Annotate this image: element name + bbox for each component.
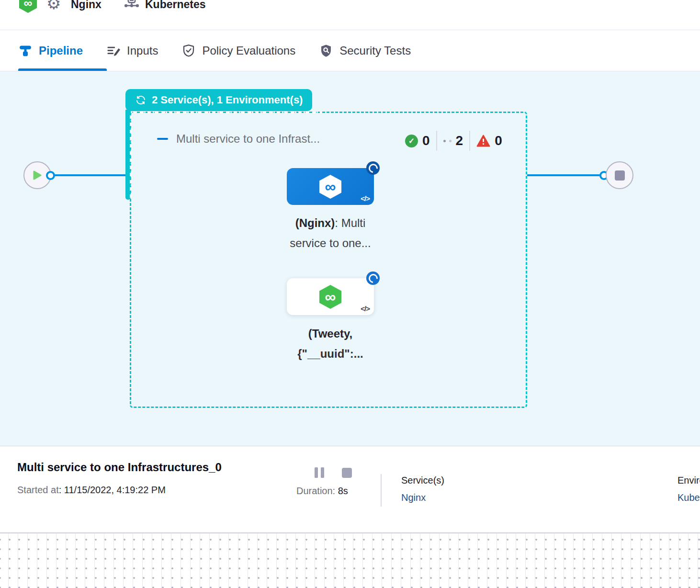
connector-dot-start (46, 171, 55, 180)
infrastructure-icon (123, 0, 141, 14)
harness-logo-icon: ∞ (19, 0, 37, 13)
environments-summary: Environment(s) Kubernetes (677, 475, 700, 503)
play-icon (33, 170, 42, 180)
tab-security-tests[interactable]: Security Tests (319, 44, 411, 58)
services-environments-badge-label: 2 Service(s), 1 Environment(s) (152, 94, 303, 106)
pipeline-name-crumb[interactable]: Nginx (71, 0, 102, 11)
started-at-label: Started at (17, 485, 59, 495)
tab-pipeline-label: Pipeline (39, 44, 83, 57)
stage-group-boundary (130, 112, 527, 408)
tab-bar: Pipeline Inputs Policy Evaluations (0, 30, 700, 71)
tab-inputs[interactable]: Inputs (106, 44, 158, 58)
loop-icon (135, 94, 147, 106)
pipeline-canvas: 2 Service(s), 1 Environment(s) Multi ser… (0, 71, 700, 446)
duration-value: 8s (338, 486, 348, 496)
duration-label: Duration: (296, 486, 335, 496)
infinity-glyph: ∞ (24, 0, 33, 10)
shield-check-icon (181, 44, 196, 58)
stop-icon (615, 170, 625, 181)
environments-label: Environment(s) (677, 475, 700, 486)
tab-security-tests-label: Security Tests (339, 44, 411, 57)
stage-group-boundary-dash-overlay-side (130, 115, 132, 199)
environment-name-crumb[interactable]: Kubernetes (145, 0, 206, 11)
pause-button[interactable] (315, 467, 324, 478)
tab-policy-evaluations-label: Policy Evaluations (202, 44, 295, 57)
started-at: Started at: 11/15/2022, 4:19:22 PM (17, 485, 166, 496)
edit-inputs-icon (106, 44, 121, 58)
stage-group-boundary-dash-overlay-top (133, 112, 322, 113)
gear-icon: ⚙ (46, 0, 61, 13)
shield-search-icon (319, 44, 333, 58)
duration: Duration: 8s (296, 486, 348, 497)
breadcrumb-bar: ∞ ⚙ Nginx Kubernetes (0, 0, 700, 30)
tab-inputs-label: Inputs (127, 44, 158, 57)
services-summary: Service(s) Nginx (401, 475, 444, 503)
tab-pipeline[interactable]: Pipeline (18, 44, 83, 58)
info-divider (381, 474, 382, 507)
canvas-grid-background (0, 532, 700, 588)
edge-stage-to-end (527, 174, 604, 176)
pipeline-end-node[interactable] (606, 161, 633, 189)
active-tab-underline (18, 68, 107, 71)
tab-policy-evaluations[interactable]: Policy Evaluations (181, 44, 295, 58)
pipeline-icon (18, 44, 33, 58)
environments-link[interactable]: Kubernetes (677, 492, 700, 503)
services-environments-badge[interactable]: 2 Service(s), 1 Environment(s) (125, 89, 312, 111)
services-label: Service(s) (401, 475, 444, 486)
execution-title: Multi service to one Infrastructures_0 (17, 461, 222, 474)
abort-button[interactable] (342, 468, 352, 478)
started-at-value: : 11/15/2022, 4:19:22 PM (59, 485, 166, 495)
edge-start-to-stage (50, 174, 126, 176)
execution-info-bar: Multi service to one Infrastructures_0 S… (0, 446, 700, 532)
services-link[interactable]: Nginx (401, 492, 426, 503)
